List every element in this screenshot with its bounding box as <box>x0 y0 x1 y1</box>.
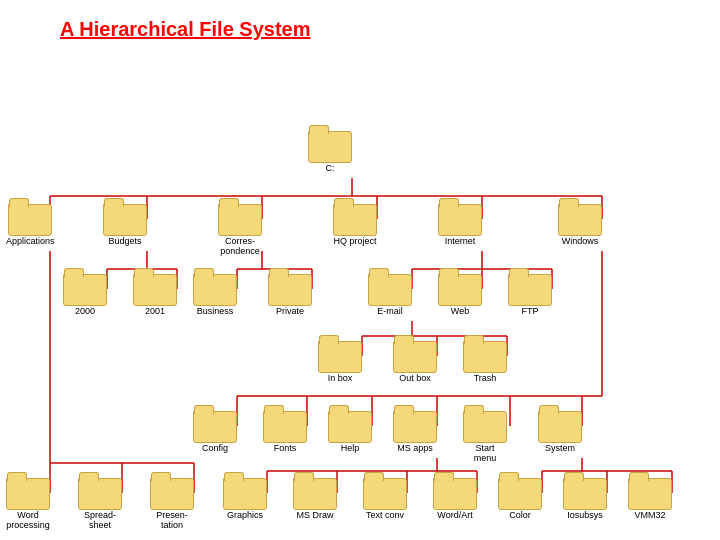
folder-c: C: <box>308 131 352 174</box>
folder-help: Help <box>328 411 372 454</box>
folder-budgets: Budgets <box>103 204 147 247</box>
folder-ftp: FTP <box>508 274 552 317</box>
folder-msdraw: MS Draw <box>293 478 337 521</box>
connector-lines <box>0 51 720 531</box>
folder-private: Private <box>268 274 312 317</box>
folder-color: Color <box>498 478 542 521</box>
folder-applications: Applications <box>6 204 55 247</box>
folder-config: Config <box>193 411 237 454</box>
folder-windows: Windows <box>558 204 602 247</box>
page-title: A Hierarchical File System <box>0 0 720 51</box>
folder-wordprocessing: Wordprocessing <box>6 478 50 531</box>
folder-system: System <box>538 411 582 454</box>
folder-correspondence: Corres-pondence <box>218 204 262 257</box>
folder-vmm32: VMM32 <box>628 478 672 521</box>
folder-email: E-mail <box>368 274 412 317</box>
folder-outbox: Out box <box>393 341 437 384</box>
folder-hqproject: HQ project <box>333 204 377 247</box>
folder-graphics: Graphics <box>223 478 267 521</box>
folder-business: Business <box>193 274 237 317</box>
folder-2001: 2001 <box>133 274 177 317</box>
folder-internet: Internet <box>438 204 482 247</box>
folder-trash: Trash <box>463 341 507 384</box>
folder-spreadsheet: Spread-sheet <box>78 478 122 531</box>
folder-inbox: In box <box>318 341 362 384</box>
folder-presentation: Presen-tation <box>150 478 194 531</box>
folder-startmenu: Startmenu <box>463 411 507 464</box>
folder-iosubsys: Iosubsys <box>563 478 607 521</box>
folder-fonts: Fonts <box>263 411 307 454</box>
folder-textconv: Text conv <box>363 478 407 521</box>
folder-wordart: Word/Art <box>433 478 477 521</box>
folder-msapps: MS apps <box>393 411 437 454</box>
diagram: C: Applications Budgets Corres-pondence … <box>0 51 720 531</box>
folder-2000: 2000 <box>63 274 107 317</box>
folder-web: Web <box>438 274 482 317</box>
